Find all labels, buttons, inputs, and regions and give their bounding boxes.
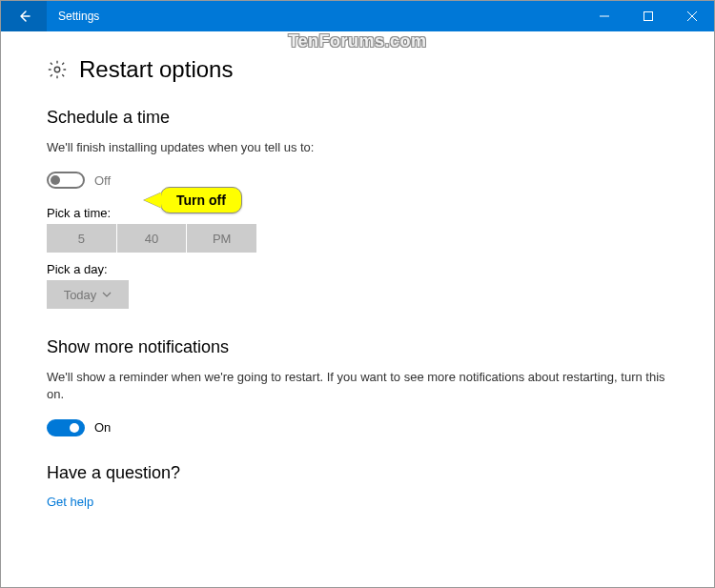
minimize-icon xyxy=(600,11,609,21)
gear-icon xyxy=(47,59,68,80)
notifications-toggle-row: On xyxy=(47,419,668,436)
titlebar: Settings xyxy=(1,1,714,31)
schedule-description: We'll finish installing updates when you… xyxy=(47,139,668,156)
callout-tail xyxy=(144,193,161,208)
app-title: Settings xyxy=(47,1,582,31)
arrow-left-icon xyxy=(16,9,31,24)
close-icon xyxy=(687,11,697,21)
callout-annotation: Turn off xyxy=(144,187,242,213)
day-picker[interactable]: Today xyxy=(47,280,129,309)
pick-day-label: Pick a day: xyxy=(47,262,668,276)
schedule-heading: Schedule a time xyxy=(47,108,668,128)
schedule-toggle-row: Off xyxy=(47,172,668,189)
get-help-link[interactable]: Get help xyxy=(47,495,668,509)
notifications-description: We'll show a reminder when we're going t… xyxy=(47,369,668,403)
maximize-button[interactable] xyxy=(626,1,670,31)
pick-time-label: Pick a time: xyxy=(47,206,668,220)
close-button[interactable] xyxy=(670,1,714,31)
window-controls xyxy=(582,1,714,31)
notifications-toggle-label: On xyxy=(94,420,111,435)
day-picker-value: Today xyxy=(64,288,97,302)
time-minute[interactable]: 40 xyxy=(117,224,188,253)
page-title: Restart options xyxy=(79,56,233,83)
watermark-text: TenForums.com xyxy=(288,31,426,51)
time-picker[interactable]: 5 40 PM xyxy=(47,224,256,253)
time-hour[interactable]: 5 xyxy=(47,224,117,253)
svg-point-4 xyxy=(54,67,60,72)
schedule-toggle[interactable] xyxy=(47,172,85,189)
back-button[interactable] xyxy=(1,1,47,31)
schedule-toggle-label: Off xyxy=(94,173,111,188)
notifications-heading: Show more notifications xyxy=(47,337,668,357)
toggle-knob xyxy=(51,175,60,185)
minimize-button[interactable] xyxy=(582,1,626,31)
chevron-down-icon xyxy=(102,292,112,297)
content-area: Restart options Schedule a time We'll fi… xyxy=(1,31,714,532)
notifications-toggle[interactable] xyxy=(47,419,85,436)
question-heading: Have a question? xyxy=(47,463,668,483)
page-heading: Restart options xyxy=(47,56,668,83)
maximize-icon xyxy=(644,11,653,21)
svg-rect-1 xyxy=(644,12,653,21)
toggle-knob xyxy=(70,423,79,433)
time-ampm[interactable]: PM xyxy=(187,224,256,253)
callout-text: Turn off xyxy=(160,187,242,213)
